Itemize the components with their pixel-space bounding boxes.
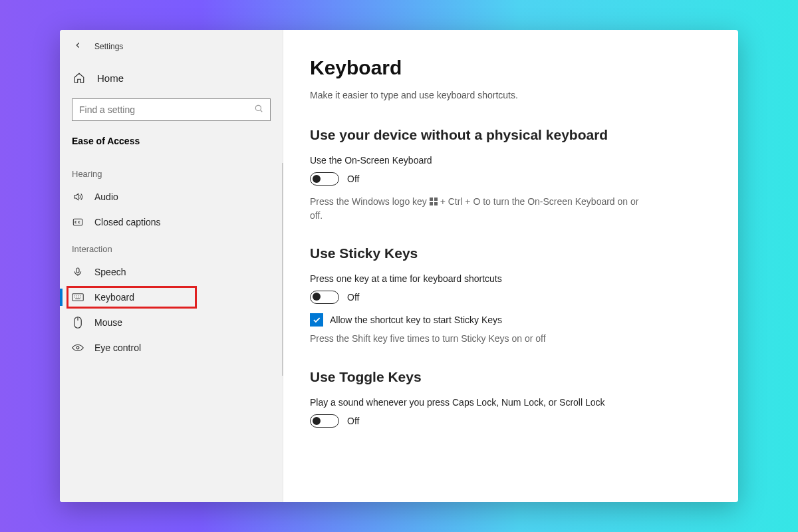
eye-icon [72,342,84,354]
search-box[interactable] [72,98,271,121]
togglekeys-toggle[interactable] [310,414,339,428]
section-sticky-heading: Use Sticky Keys [310,245,712,261]
nav-speech[interactable]: Speech [60,259,283,285]
page-title: Keyboard [310,57,712,79]
nav-home-label: Home [97,72,124,84]
search-input[interactable] [79,104,254,115]
osk-toggle-state: Off [347,174,359,184]
app-title: Settings [94,42,123,51]
group-hearing-label: Hearing [60,160,283,184]
mouse-icon [72,317,84,329]
sidebar: Settings Home Ease of Access Hearing Aud… [60,30,283,502]
nav-audio[interactable]: Audio [60,184,283,209]
nav-mouse-label: Mouse [94,317,122,328]
sticky-toggle-row: Off [310,291,712,304]
category-title: Ease of Access [60,132,283,160]
sticky-shortcut-row: Allow the shortcut key to start Sticky K… [310,313,712,327]
sticky-toggle[interactable] [310,291,339,304]
content-pane: Keyboard Make it easier to type and use … [283,30,738,502]
back-arrow-icon[interactable] [73,41,82,52]
home-icon [73,72,85,84]
nav-speech-label: Speech [94,267,126,277]
microphone-icon [72,266,84,278]
svg-point-0 [255,105,261,110]
sidebar-scroll-indicator [282,163,283,376]
group-interaction-label: Interaction [60,235,283,259]
page-subtitle: Make it easier to type and use keyboard … [310,90,712,100]
nav-eye-control[interactable]: Eye control [60,335,283,360]
togglekeys-toggle-row: Off [310,414,712,428]
nav-captions-label: Closed captions [94,217,161,227]
nav-closed-captions[interactable]: Closed captions [60,209,283,235]
sticky-toggle-state: Off [347,292,359,303]
nav-audio-label: Audio [94,192,118,202]
section-osk-heading: Use your device without a physical keybo… [310,127,712,143]
osk-toggle-row: Off [310,172,712,186]
osk-hint: Press the Windows logo key + Ctrl + O to… [310,195,642,223]
sticky-setting-label: Press one key at a time for keyboard sho… [310,273,712,284]
svg-rect-3 [72,294,84,301]
svg-rect-7 [434,198,438,201]
search-icon [254,104,263,116]
sticky-shortcut-checkbox[interactable] [310,313,323,327]
nav-keyboard[interactable]: Keyboard [60,285,283,310]
sticky-hint: Press the Shift key five times to turn S… [310,332,642,345]
togglekeys-toggle-state: Off [347,416,359,426]
svg-rect-9 [434,202,438,205]
osk-setting-label: Use the On-Screen Keyboard [310,155,712,166]
svg-point-5 [76,346,79,349]
keyboard-icon [72,291,84,303]
nav-home[interactable]: Home [60,64,283,92]
svg-rect-6 [430,198,433,201]
captions-icon [72,216,84,228]
svg-rect-2 [76,268,79,273]
svg-rect-8 [430,202,433,205]
togglekeys-setting-label: Play a sound whenever you press Caps Loc… [310,397,712,408]
windows-logo-icon [430,196,438,209]
nav-keyboard-label: Keyboard [94,292,134,303]
sticky-shortcut-label: Allow the shortcut key to start Sticky K… [330,315,502,325]
nav-mouse[interactable]: Mouse [60,310,283,335]
osk-toggle[interactable] [310,172,339,186]
settings-window: Settings Home Ease of Access Hearing Aud… [60,30,738,502]
svg-rect-1 [73,219,82,225]
osk-hint-pre: Press the Windows logo key [310,196,430,207]
titlebar: Settings [60,38,283,64]
speaker-icon [72,191,84,203]
section-toggle-heading: Use Toggle Keys [310,369,712,385]
nav-eye-label: Eye control [94,342,141,353]
